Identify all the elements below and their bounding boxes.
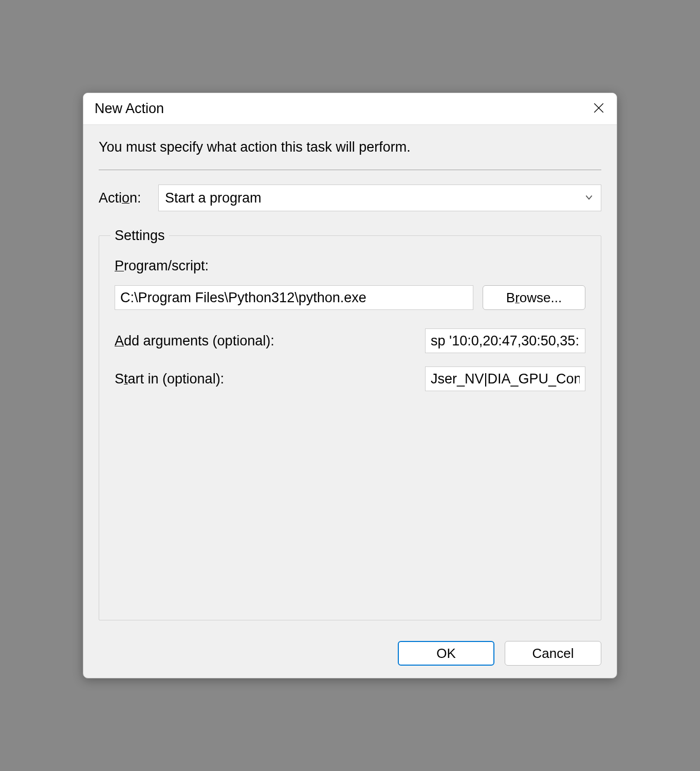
startin-input[interactable] — [425, 366, 585, 391]
startin-row: Start in (optional): — [115, 366, 585, 391]
new-action-dialog: New Action You must specify what action … — [83, 93, 617, 678]
cancel-button[interactable]: Cancel — [505, 641, 601, 666]
dialog-title: New Action — [95, 101, 164, 117]
arguments-label: Add arguments (optional): — [115, 333, 274, 349]
close-button[interactable] — [587, 97, 611, 121]
dialog-content: You must specify what action this task w… — [83, 125, 617, 631]
instruction-text: You must specify what action this task w… — [99, 139, 601, 155]
spacer — [115, 405, 585, 604]
ok-button[interactable]: OK — [398, 641, 494, 666]
settings-group: Settings Program/script: Browse... Add a… — [99, 228, 601, 620]
titlebar: New Action — [83, 93, 617, 125]
browse-button[interactable]: Browse... — [483, 285, 585, 310]
action-label: Action: — [99, 190, 152, 206]
arguments-input[interactable] — [425, 328, 585, 353]
action-row: Action: Start a program — [99, 185, 601, 211]
chevron-down-icon — [584, 193, 594, 204]
action-dropdown[interactable]: Start a program — [158, 185, 601, 211]
settings-legend: Settings — [110, 228, 169, 244]
program-section: Program/script: Browse... — [115, 258, 585, 310]
divider — [99, 170, 601, 170]
startin-label: Start in (optional): — [115, 371, 224, 387]
close-icon — [594, 103, 604, 115]
arguments-row: Add arguments (optional): — [115, 328, 585, 353]
action-dropdown-value: Start a program — [165, 190, 262, 206]
program-label: Program/script: — [115, 258, 585, 274]
program-input[interactable] — [115, 285, 473, 310]
button-row: OK Cancel — [83, 631, 617, 678]
